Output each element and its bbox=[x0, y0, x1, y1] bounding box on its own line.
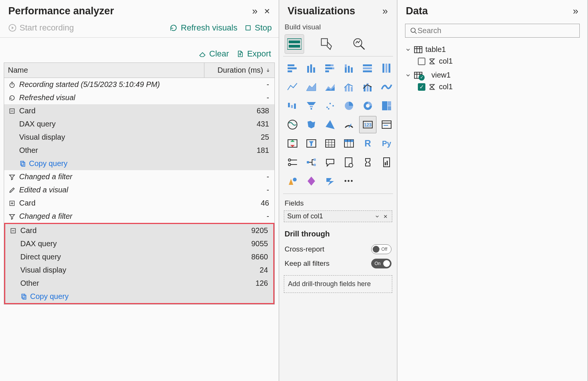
svg-rect-46 bbox=[311, 108, 312, 110]
analytics-tab[interactable] bbox=[349, 34, 369, 54]
viz-donut-icon[interactable] bbox=[359, 97, 376, 114]
cross-report-toggle[interactable]: Off bbox=[371, 244, 391, 254]
viz-qa-icon[interactable] bbox=[321, 154, 339, 171]
svg-rect-54 bbox=[382, 101, 387, 110]
chevron-down-icon[interactable] bbox=[374, 213, 381, 220]
row-card3-visual: Visual display 24 bbox=[5, 264, 273, 277]
checkbox-unchecked-icon[interactable] bbox=[418, 58, 425, 65]
viz-multi-card-icon[interactable] bbox=[378, 116, 395, 133]
viz-ribbon-icon[interactable] bbox=[378, 78, 395, 96]
svg-point-74 bbox=[288, 159, 291, 161]
collapse-minus-icon[interactable] bbox=[8, 108, 16, 114]
refresh-icon bbox=[169, 24, 178, 32]
checkbox-checked-icon[interactable]: ✓ bbox=[418, 83, 425, 91]
svg-rect-15 bbox=[288, 64, 294, 66]
col-header-name[interactable]: Name bbox=[4, 63, 204, 78]
svg-point-53 bbox=[366, 104, 370, 108]
viz-paginated-icon[interactable] bbox=[378, 154, 395, 171]
viz-arcgis-icon[interactable] bbox=[284, 172, 301, 190]
row-changed-filter-1: Changed a filter - bbox=[4, 170, 274, 183]
viz-stacked-bar-icon[interactable] bbox=[321, 59, 339, 77]
viz-map-icon[interactable] bbox=[284, 116, 301, 133]
viz-funnel-icon[interactable] bbox=[303, 97, 320, 114]
viz-area-icon[interactable] bbox=[303, 78, 320, 96]
viz-gauge-icon[interactable] bbox=[340, 116, 358, 133]
viz-powerapps-icon[interactable] bbox=[303, 172, 320, 190]
format-visual-tab[interactable] bbox=[317, 34, 337, 54]
build-visual-label: Build visual bbox=[279, 21, 397, 32]
viz-line-icon[interactable] bbox=[284, 78, 301, 96]
refresh-visuals-button[interactable]: Refresh visuals bbox=[169, 23, 237, 33]
viz-stacked-column-icon[interactable] bbox=[340, 59, 358, 77]
viz-key-influencers-icon[interactable] bbox=[284, 154, 301, 171]
clear-button[interactable]: Clear bbox=[199, 49, 229, 59]
svg-rect-13 bbox=[321, 39, 328, 46]
visualizations-panel: Visualizations Build visual bbox=[279, 0, 398, 381]
svg-rect-34 bbox=[385, 64, 387, 73]
row-card-3[interactable]: Card 9205 bbox=[5, 224, 273, 237]
row-card-1[interactable]: Card 638 bbox=[4, 104, 274, 117]
build-visual-tab[interactable] bbox=[285, 34, 304, 54]
col-header-duration[interactable]: Duration (ms) bbox=[204, 63, 274, 78]
viz-card-icon[interactable]: 123 bbox=[359, 116, 376, 133]
export-button[interactable]: Export bbox=[236, 49, 271, 59]
keep-filters-toggle[interactable]: On bbox=[371, 259, 391, 268]
filter-icon bbox=[8, 213, 16, 220]
viz-slicer-icon[interactable] bbox=[303, 135, 320, 152]
viz-stacked-area-icon[interactable] bbox=[321, 78, 339, 96]
viz-filled-map-icon[interactable] bbox=[303, 116, 320, 133]
expand-plus-icon[interactable] bbox=[8, 200, 16, 206]
export-icon bbox=[236, 50, 244, 58]
tree-view1[interactable]: ✓ view1 bbox=[405, 69, 587, 81]
viz-line-stacked-column-icon[interactable] bbox=[359, 78, 376, 96]
viz-line-column-icon[interactable] bbox=[340, 78, 358, 96]
stop-button[interactable]: Stop bbox=[244, 23, 272, 33]
perf-title: Performance analyzer bbox=[8, 5, 250, 17]
sigma-icon bbox=[428, 83, 436, 91]
viz-matrix-icon[interactable] bbox=[340, 135, 358, 152]
viz-treemap-icon[interactable] bbox=[378, 97, 395, 114]
field-pill[interactable]: Sum of col1 bbox=[284, 210, 392, 222]
row-card3-copy[interactable]: Copy query bbox=[5, 290, 273, 303]
drill-through-dropzone[interactable]: Add drill-through fields here bbox=[284, 275, 392, 293]
svg-rect-79 bbox=[314, 158, 316, 161]
remove-field-icon[interactable] bbox=[382, 213, 389, 220]
row-edited-visual: Edited a visual - bbox=[4, 183, 274, 197]
tree-view1-col1[interactable]: ✓ col1 bbox=[418, 81, 587, 93]
build-visual-icon bbox=[287, 38, 302, 50]
close-icon[interactable] bbox=[262, 6, 272, 16]
viz-table-icon[interactable] bbox=[321, 135, 339, 152]
collapse-icon[interactable] bbox=[571, 6, 580, 16]
svg-rect-20 bbox=[313, 67, 315, 73]
viz-decomposition-icon[interactable] bbox=[303, 154, 320, 171]
viz-waterfall-icon[interactable] bbox=[284, 97, 301, 114]
search-input[interactable] bbox=[405, 24, 580, 38]
tree-table1-col1[interactable]: col1 bbox=[418, 55, 587, 67]
viz-powerautomate-icon[interactable] bbox=[321, 172, 339, 190]
viz-more-icon[interactable]: ••• bbox=[340, 172, 358, 190]
fields-label: Fields bbox=[279, 194, 397, 210]
viz-r-icon[interactable]: R bbox=[359, 135, 376, 152]
viz-clustered-bar-icon[interactable] bbox=[303, 59, 320, 77]
row-card1-copy[interactable]: Copy query bbox=[4, 157, 274, 170]
collapse-minus-icon[interactable] bbox=[9, 228, 17, 234]
viz-azure-map-icon[interactable] bbox=[321, 116, 339, 133]
copy-icon bbox=[19, 160, 26, 167]
viz-stacked-bar-h-icon[interactable] bbox=[284, 59, 301, 77]
svg-rect-60 bbox=[382, 121, 391, 128]
row-card-2[interactable]: Card 46 bbox=[4, 197, 274, 210]
viz-narrative-icon[interactable] bbox=[340, 154, 358, 171]
viz-scatter-icon[interactable] bbox=[321, 97, 339, 114]
viz-100stacked-bar-icon[interactable] bbox=[359, 59, 376, 77]
svg-rect-28 bbox=[348, 66, 350, 73]
viz-100stacked-column-icon[interactable] bbox=[378, 59, 395, 77]
collapse-icon[interactable] bbox=[250, 6, 260, 16]
viz-pie-icon[interactable] bbox=[340, 97, 358, 114]
collapse-icon[interactable] bbox=[380, 6, 390, 16]
viz-py-icon[interactable]: Py bbox=[378, 135, 395, 152]
viz-kpi-icon[interactable] bbox=[284, 135, 301, 152]
viz-goals-icon[interactable] bbox=[359, 154, 376, 171]
svg-rect-55 bbox=[388, 101, 391, 106]
svg-rect-88 bbox=[414, 46, 422, 53]
tree-table1[interactable]: table1 bbox=[405, 44, 587, 55]
